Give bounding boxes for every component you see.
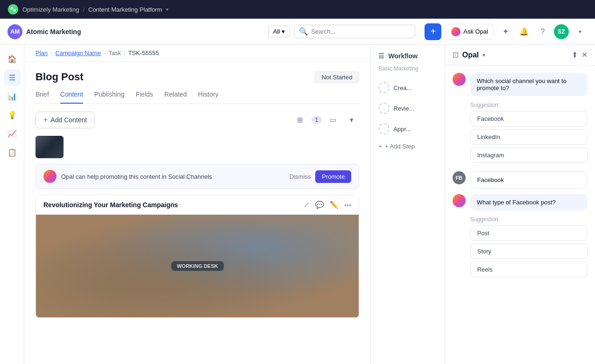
- opal-message-1: Which social channel you want to promote…: [453, 73, 588, 96]
- suggestion-post[interactable]: Post: [470, 225, 588, 241]
- columns-icon-button[interactable]: ⊞: [293, 112, 308, 127]
- instagram-suggestion-text: Instagram: [477, 152, 504, 159]
- breadcrumb: Plan › Campaign Name › Task | TSK-55555: [24, 45, 370, 62]
- opal-banner-text: Opal can help promoting this content in …: [61, 173, 285, 180]
- opal-promo-banner: Opal can help promoting this content in …: [35, 164, 359, 189]
- post-suggestion-text: Post: [477, 230, 489, 237]
- view-chevron-button[interactable]: ▾: [344, 112, 359, 127]
- sidebar-item-list[interactable]: ☰: [4, 69, 21, 86]
- nav-brand: Optimizely Marketing: [22, 6, 79, 13]
- sidebar-item-lightbulb[interactable]: 💡: [4, 106, 21, 123]
- view-toggle-button[interactable]: ▭: [326, 112, 340, 127]
- workflow-step-create[interactable]: ○ Crea...: [378, 77, 437, 98]
- panel-header: ⊡ Opal ▾ ⬆ ✕: [445, 45, 595, 65]
- workflow-step-review[interactable]: ○ Revie...: [378, 98, 437, 119]
- sidebar-item-trending[interactable]: 📈: [4, 125, 21, 142]
- breadcrumb-campaign[interactable]: Campaign Name: [55, 49, 101, 56]
- article-actions: ⤢ 💬 ✏️ •••: [304, 201, 352, 209]
- article-image: WORKING DESK: [36, 215, 359, 317]
- add-content-label: Add Content: [50, 116, 87, 124]
- main-layout: 🏠 ☰ 📊 💡 📈 📋 Plan › Campaign Name › Task …: [0, 45, 595, 364]
- task-header: Blog Post Not Started: [35, 71, 359, 83]
- panel-export-button[interactable]: ⬆: [572, 50, 578, 59]
- sidebar-item-chart[interactable]: 📊: [4, 88, 21, 105]
- tab-publishing[interactable]: Publishing: [94, 91, 125, 104]
- nav-platform[interactable]: Content Marketing Platform: [88, 6, 162, 13]
- content-thumbnail: [35, 136, 64, 158]
- more-options-button[interactable]: •••: [344, 201, 352, 209]
- comment-icon-button[interactable]: 💬: [315, 201, 324, 209]
- suggestion-story[interactable]: Story: [470, 244, 588, 259]
- breadcrumb-plan[interactable]: Plan: [35, 49, 48, 56]
- search-icon: 🔍: [299, 27, 308, 36]
- panel-title-chevron-icon[interactable]: ▾: [482, 52, 485, 58]
- article-title: Revolutionizing Your Marketing Campaigns: [43, 201, 178, 209]
- tab-brief[interactable]: Brief: [35, 91, 49, 104]
- reels-suggestion-text: Reels: [477, 266, 493, 273]
- ask-opal-button[interactable]: Ask Opal: [445, 24, 494, 40]
- svg-point-2: [14, 9, 16, 12]
- share-icon-button[interactable]: ⤢: [304, 201, 310, 209]
- breadcrumb-sep-3: |: [124, 49, 125, 56]
- suggestion-label-2: Suggestion:: [470, 216, 588, 223]
- panel-title: Opal: [462, 51, 479, 59]
- workflow-section-name: Basic Marketing: [378, 65, 437, 72]
- user-chevron-icon[interactable]: ▾: [573, 24, 588, 39]
- step-circle-create: ○: [378, 82, 390, 93]
- tab-fields[interactable]: Fields: [135, 91, 153, 104]
- suggestion-instagram[interactable]: Instagram: [470, 147, 588, 163]
- promote-button[interactable]: Promote: [315, 170, 351, 183]
- edit-icon-button[interactable]: ✏️: [330, 201, 339, 209]
- org-avatar: AM: [7, 24, 22, 39]
- suggestion-label-1: Suggestion:: [470, 102, 588, 108]
- user-avatar[interactable]: SZ: [554, 24, 569, 39]
- panel-expand-button[interactable]: ⊡: [453, 50, 459, 59]
- header-actions: + Ask Opal ✦ 🔔 ? SZ ▾: [425, 23, 588, 40]
- sparkle-icon-button[interactable]: ✦: [498, 24, 513, 39]
- sidebar-item-home[interactable]: 🏠: [4, 50, 21, 67]
- user-chat-initials: FB: [455, 175, 462, 181]
- nav-separator: /: [83, 6, 85, 13]
- chat-area: Which social channel you want to promote…: [445, 65, 595, 364]
- header-bar: AM Atomic Marketing All ▾ 🔍 + Ask Opal ✦…: [0, 19, 595, 45]
- tab-related[interactable]: Related: [164, 91, 187, 104]
- linkedin-suggestion-text: LinkedIn: [477, 133, 500, 140]
- add-button[interactable]: +: [425, 23, 441, 40]
- notifications-icon-button[interactable]: 🔔: [517, 24, 531, 39]
- content-toolbar: + Add Content ⊞ 1 ▭ ▾: [35, 112, 359, 128]
- nav-chevron-icon: ▾: [166, 7, 169, 13]
- thumbnail-image: [35, 136, 64, 158]
- help-icon-button[interactable]: ?: [535, 24, 550, 39]
- dismiss-button[interactable]: Dismiss: [290, 173, 311, 180]
- add-step-button[interactable]: + + Add Step: [378, 143, 437, 150]
- sidebar-item-document[interactable]: 📋: [4, 144, 21, 161]
- opal-bubble-1: Which social channel you want to promote…: [470, 73, 588, 96]
- workflow-step-approve[interactable]: ○ Appr...: [378, 119, 437, 139]
- opal-question-2: What type of Facebook post?: [477, 199, 556, 206]
- suggestions-group-1: Suggestion: Facebook LinkedIn Instagram: [453, 102, 588, 166]
- opal-avatar-1: [453, 73, 466, 86]
- suggestion-facebook[interactable]: Facebook: [470, 111, 588, 126]
- search-input[interactable]: [311, 28, 410, 35]
- task-title: Blog Post: [35, 71, 84, 83]
- svg-point-0: [8, 4, 18, 14]
- org-avatar-initials: AM: [10, 28, 20, 35]
- opal-message-2: What type of Facebook post?: [453, 194, 588, 210]
- tab-content[interactable]: Content: [60, 91, 83, 104]
- breadcrumb-sep-2: ›: [104, 49, 106, 56]
- panel-close-button[interactable]: ✕: [581, 50, 588, 59]
- user-chat-avatar: FB: [453, 171, 466, 184]
- opal-panel: ⊡ Opal ▾ ⬆ ✕ Which social channel you wa…: [445, 45, 595, 364]
- task-panel: Plan › Campaign Name › Task | TSK-55555 …: [24, 45, 370, 364]
- add-content-button[interactable]: + Add Content: [35, 112, 95, 128]
- org-info: AM Atomic Marketing: [7, 24, 81, 39]
- center-content: Plan › Campaign Name › Task | TSK-55555 …: [24, 45, 595, 364]
- tab-history[interactable]: History: [198, 91, 219, 104]
- facebook-suggestion-text: Facebook: [477, 115, 504, 122]
- suggestion-linkedin[interactable]: LinkedIn: [470, 129, 588, 145]
- add-step-plus-icon: +: [378, 143, 382, 150]
- workflow-title: Workflow: [388, 52, 418, 60]
- status-badge[interactable]: Not Started: [315, 71, 360, 83]
- search-filter-dropdown[interactable]: All ▾: [268, 26, 290, 37]
- suggestion-reels[interactable]: Reels: [470, 262, 588, 277]
